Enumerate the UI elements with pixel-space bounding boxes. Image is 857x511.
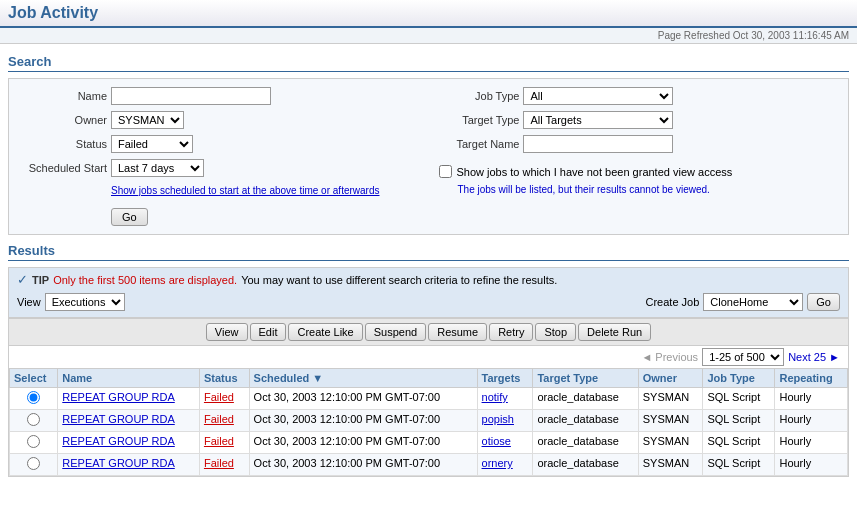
job-scheduled: Oct 30, 2003 12:10:00 PM GMT-07:00	[249, 432, 477, 454]
page-title: Job Activity	[8, 4, 849, 22]
page-range-select[interactable]: 1-25 of 500	[702, 348, 784, 366]
previous-button[interactable]: ◄ Previous	[641, 351, 698, 363]
show-jobs-label: Show jobs to which I have not been grant…	[456, 166, 732, 178]
show-jobs-row: Show jobs to which I have not been grant…	[439, 165, 732, 178]
search-left-col: Name Owner SYSMAN Status Failed Running …	[17, 87, 379, 226]
page-header: Job Activity	[0, 0, 857, 28]
target-name-row: Target Name	[439, 135, 732, 153]
scheduled-start-label: Scheduled Start	[17, 162, 107, 174]
tip-label: TIP	[32, 274, 49, 286]
job-status-link[interactable]: Failed	[204, 435, 234, 447]
row-radio[interactable]	[27, 391, 40, 404]
show-jobs-hint: The jobs will be listed, but their resul…	[457, 184, 732, 195]
name-row: Name	[17, 87, 379, 105]
job-name-link[interactable]: REPEAT GROUP RDA	[62, 391, 174, 403]
owner-label: Owner	[17, 114, 107, 126]
job-owner: SYSMAN	[638, 454, 703, 476]
scheduled-start-select[interactable]: Last 7 days Last 24 hours Last 30 days	[111, 159, 204, 177]
status-row: Status Failed Running Scheduled Succeede…	[17, 135, 379, 153]
job-target-type: oracle_database	[533, 388, 638, 410]
table-row: REPEAT GROUP RDAFailedOct 30, 2003 12:10…	[10, 410, 848, 432]
col-targets[interactable]: Targets	[477, 369, 533, 388]
job-target-link[interactable]: notify	[482, 391, 508, 403]
table-row: REPEAT GROUP RDAFailedOct 30, 2003 12:10…	[10, 388, 848, 410]
job-owner: SYSMAN	[638, 432, 703, 454]
job-type-cell: SQL Script	[703, 410, 775, 432]
col-repeating[interactable]: Repeating	[775, 369, 848, 388]
col-owner[interactable]: Owner	[638, 369, 703, 388]
job-type-row: Job Type All SQL Script OS Command	[439, 87, 732, 105]
create-like-button[interactable]: Create Like	[288, 323, 362, 341]
view-button[interactable]: View	[206, 323, 248, 341]
view-select[interactable]: Executions Jobs	[45, 293, 125, 311]
refresh-time: Oct 30, 2003 11:16:45 AM	[733, 30, 849, 41]
status-select[interactable]: Failed Running Scheduled Succeeded All	[111, 135, 193, 153]
results-table: Select Name Status Scheduled ▼ Targets T…	[9, 368, 848, 476]
refresh-label: Page Refreshed	[658, 30, 730, 41]
job-repeating: Hourly	[775, 432, 848, 454]
col-target-type[interactable]: Target Type	[533, 369, 638, 388]
row-radio[interactable]	[27, 457, 40, 470]
stop-button[interactable]: Stop	[535, 323, 576, 341]
view-label: View	[17, 296, 41, 308]
create-job-select[interactable]: CloneHome	[703, 293, 803, 311]
job-scheduled: Oct 30, 2003 12:10:00 PM GMT-07:00	[249, 410, 477, 432]
edit-button[interactable]: Edit	[250, 323, 287, 341]
owner-select[interactable]: SYSMAN	[111, 111, 184, 129]
results-section-title: Results	[8, 243, 849, 261]
search-section-title: Search	[8, 54, 849, 72]
col-select: Select	[10, 369, 58, 388]
job-scheduled: Oct 30, 2003 12:10:00 PM GMT-07:00	[249, 388, 477, 410]
search-go-button[interactable]: Go	[111, 208, 148, 226]
job-repeating: Hourly	[775, 410, 848, 432]
create-job-go-button[interactable]: Go	[807, 293, 840, 311]
row-radio[interactable]	[27, 435, 40, 448]
suspend-button[interactable]: Suspend	[365, 323, 426, 341]
job-repeating: Hourly	[775, 388, 848, 410]
col-status[interactable]: Status	[199, 369, 249, 388]
job-owner: SYSMAN	[638, 388, 703, 410]
tip-check-icon: ✓	[17, 272, 28, 287]
nav-row: ◄ Previous 1-25 of 500 Next 25 ►	[9, 346, 848, 368]
job-status-link[interactable]: Failed	[204, 413, 234, 425]
next-button[interactable]: Next 25 ►	[788, 351, 840, 363]
job-status-link[interactable]: Failed	[204, 391, 234, 403]
row-radio[interactable]	[27, 413, 40, 426]
job-target-type: oracle_database	[533, 454, 638, 476]
status-label: Status	[17, 138, 107, 150]
job-status-link[interactable]: Failed	[204, 457, 234, 469]
view-area: View Executions Jobs	[17, 293, 125, 311]
table-header-row: Select Name Status Scheduled ▼ Targets T…	[10, 369, 848, 388]
page-refresh-bar: Page Refreshed Oct 30, 2003 11:16:45 AM	[0, 28, 857, 44]
job-target-link[interactable]: ornery	[482, 457, 513, 469]
job-type-cell: SQL Script	[703, 454, 775, 476]
next-icon: ►	[829, 351, 840, 363]
target-name-input[interactable]	[523, 135, 673, 153]
job-target-type: oracle_database	[533, 432, 638, 454]
toolbar-row: View Edit Create Like Suspend Resume Ret…	[9, 318, 848, 346]
create-job-label: Create Job	[646, 296, 700, 308]
delete-run-button[interactable]: Delete Run	[578, 323, 651, 341]
resume-button[interactable]: Resume	[428, 323, 487, 341]
job-type-label: Job Type	[439, 90, 519, 102]
hint-text: Show jobs scheduled to start at the abov…	[111, 185, 379, 196]
job-name-link[interactable]: REPEAT GROUP RDA	[62, 457, 174, 469]
job-name-link[interactable]: REPEAT GROUP RDA	[62, 435, 174, 447]
owner-row: Owner SYSMAN	[17, 111, 379, 129]
job-target-link[interactable]: otiose	[482, 435, 511, 447]
job-repeating: Hourly	[775, 454, 848, 476]
show-jobs-checkbox[interactable]	[439, 165, 452, 178]
col-name[interactable]: Name	[58, 369, 200, 388]
job-type-select[interactable]: All SQL Script OS Command	[523, 87, 673, 105]
name-label: Name	[17, 90, 107, 102]
name-input[interactable]	[111, 87, 271, 105]
tip-row: ✓ TIP Only the first 500 items are displ…	[17, 272, 840, 287]
col-job-type[interactable]: Job Type	[703, 369, 775, 388]
job-owner: SYSMAN	[638, 410, 703, 432]
retry-button[interactable]: Retry	[489, 323, 533, 341]
scheduled-start-row: Scheduled Start Last 7 days Last 24 hour…	[17, 159, 379, 177]
job-name-link[interactable]: REPEAT GROUP RDA	[62, 413, 174, 425]
job-target-link[interactable]: popish	[482, 413, 514, 425]
col-scheduled[interactable]: Scheduled ▼	[249, 369, 477, 388]
target-type-select[interactable]: All Targets Oracle Database	[523, 111, 673, 129]
